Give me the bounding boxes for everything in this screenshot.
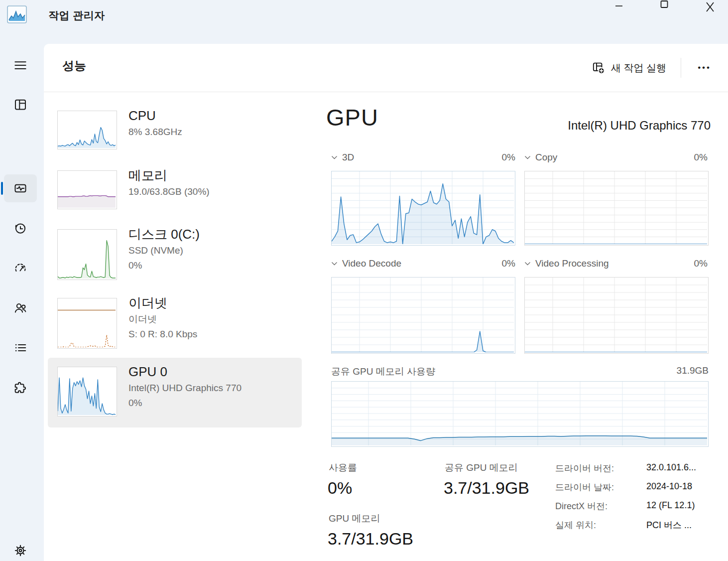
header-divider — [681, 58, 681, 78]
perf-item-title: GPU 0 — [128, 363, 298, 381]
memory-mini-chart — [57, 170, 117, 209]
perf-item-sub: SSD (NVMe) — [128, 243, 298, 258]
perf-item-disk[interactable]: 디스크 0(C:) SSD (NVMe) 0% — [48, 222, 302, 290]
page-title: 성능 — [62, 58, 86, 74]
engine-value-video-processing: 0% — [694, 258, 708, 269]
detail-physical-location-value: PCI 버스 ... — [646, 519, 692, 531]
perf-item-gpu[interactable]: GPU 0 Intel(R) UHD Graphics 770 0% — [48, 358, 302, 427]
performance-icon — [13, 181, 28, 196]
detail-driver-version-label: 드라이버 버전: — [555, 462, 642, 474]
startup-apps-icon — [13, 261, 28, 276]
app-history-icon — [13, 221, 28, 236]
sidebar-item-users[interactable] — [4, 294, 37, 322]
run-new-task-label: 새 작업 실행 — [611, 61, 666, 75]
more-options-button[interactable]: ••• — [695, 58, 714, 78]
stat-gpu-memory-value: 3.7/31.9GB — [328, 529, 413, 549]
hamburger-icon — [13, 58, 28, 73]
new-task-icon — [592, 61, 605, 74]
sidebar-item-settings[interactable] — [4, 537, 37, 561]
engine-value-video-decode: 0% — [502, 258, 515, 269]
perf-item-sub: S: 0 R: 8.0 Kbps — [128, 327, 298, 342]
perf-item-cpu[interactable]: CPU 8% 3.68GHz — [48, 104, 302, 162]
gpu-mini-chart — [57, 367, 117, 417]
video-decode-chart — [331, 277, 515, 354]
sidebar-item-services[interactable] — [4, 374, 37, 402]
processes-icon — [13, 97, 28, 112]
sidebar-item-startup-apps[interactable] — [4, 254, 37, 282]
app-logo-icon — [7, 5, 27, 23]
shared-memory-chart — [331, 381, 709, 447]
details-icon — [13, 340, 28, 355]
engine-label-3d: 3D — [342, 152, 354, 163]
shared-memory-max: 31.9GB — [677, 365, 709, 378]
engine-label-video-decode: Video Decode — [342, 258, 401, 269]
minimize-button[interactable] — [607, 0, 630, 16]
detail-physical-location-label: 실제 위치: — [555, 519, 642, 531]
engine-label-video-processing: Video Processing — [535, 258, 609, 269]
maximize-icon — [660, 0, 669, 13]
sidebar-item-performance[interactable] — [4, 174, 37, 202]
perf-item-title: 이더넷 — [128, 294, 298, 312]
chevron-down-icon[interactable] — [524, 262, 531, 266]
app-title: 작업 관리자 — [48, 8, 105, 22]
gpu-copy-chart — [524, 171, 709, 246]
settings-gear-icon — [13, 543, 28, 558]
chevron-down-icon[interactable] — [331, 262, 338, 266]
task-manager-window: 작업 관리자 — [0, 0, 728, 561]
detail-driver-date-label: 드라이버 날짜: — [555, 481, 642, 493]
header-separator — [44, 92, 728, 92]
services-icon — [13, 380, 28, 395]
sidebar-menu-button[interactable] — [4, 51, 37, 79]
close-button[interactable] — [699, 0, 722, 16]
ethernet-mini-chart — [57, 298, 117, 349]
sidebar-item-app-history[interactable] — [4, 214, 37, 242]
shared-memory-header: 공유 GPU 메모리 사용량 31.9GB — [331, 365, 709, 378]
stat-gpu-memory-label: GPU 메모리 — [329, 512, 380, 525]
close-icon — [706, 0, 715, 14]
sidebar-item-details[interactable] — [4, 334, 37, 362]
stat-utilization-label: 사용률 — [329, 461, 357, 474]
stat-utilization-value: 0% — [328, 478, 352, 498]
gpu-panel-title: GPU — [326, 104, 378, 131]
cpu-mini-chart — [57, 111, 117, 149]
users-icon — [13, 300, 28, 315]
detail-directx-version-value: 12 (FL 12.1) — [646, 500, 695, 511]
main-panel: 성능 새 작업 실행 ••• CPU 8% 3.68GHz — [44, 44, 728, 561]
disk-mini-chart — [57, 229, 117, 280]
shared-memory-label: 공유 GPU 메모리 사용량 — [331, 365, 435, 378]
stat-shared-memory-value: 3.7/31.9GB — [444, 478, 529, 498]
chevron-down-icon[interactable] — [524, 155, 531, 160]
perf-item-ethernet[interactable]: 이더넷 이더넷 S: 0 R: 8.0 Kbps — [48, 291, 302, 359]
detail-directx-version-label: DirectX 버전: — [555, 500, 642, 512]
chevron-down-icon[interactable] — [331, 155, 338, 160]
perf-item-title: 메모리 — [128, 166, 298, 184]
gpu-name: Intel(R) UHD Graphics 770 — [568, 119, 711, 133]
stat-shared-memory-label: 공유 GPU 메모리 — [445, 461, 518, 474]
selected-indicator — [1, 182, 3, 195]
perf-item-memory[interactable]: 메모리 19.0/63.8GB (30%) — [48, 163, 302, 222]
engine-value-3d: 0% — [502, 152, 515, 163]
perf-item-sub: Intel(R) UHD Graphics 770 — [128, 381, 298, 396]
perf-item-sub: 8% 3.68GHz — [128, 125, 298, 140]
minimize-icon — [615, 0, 623, 13]
titlebar: 작업 관리자 — [0, 0, 728, 44]
perf-item-sub: 이더넷 — [128, 312, 298, 327]
detail-driver-date-value: 2024-10-18 — [646, 481, 692, 492]
video-processing-chart — [524, 277, 709, 354]
run-new-task-button[interactable]: 새 작업 실행 — [589, 58, 669, 78]
gpu-3d-chart — [331, 171, 515, 246]
engine-value-copy: 0% — [694, 152, 708, 163]
sidebar — [0, 44, 44, 561]
perf-item-sub: 0% — [128, 396, 298, 411]
perf-item-sub: 19.0/63.8GB (30%) — [128, 184, 298, 199]
engine-label-copy: Copy — [535, 152, 557, 163]
sidebar-item-processes[interactable] — [4, 91, 37, 119]
detail-driver-version-value: 32.0.101.6... — [646, 462, 696, 473]
maximize-button[interactable] — [653, 0, 676, 16]
perf-item-title: 디스크 0(C:) — [128, 225, 298, 243]
perf-item-sub: 0% — [128, 258, 298, 273]
perf-item-title: CPU — [128, 107, 298, 125]
